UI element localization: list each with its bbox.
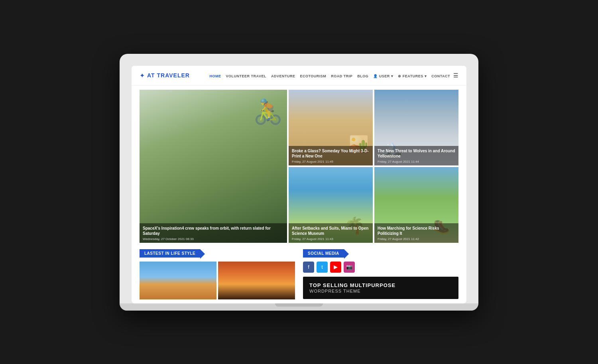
social-section: SOCIAL MEDIA f t ▶ 📷 TOP SELLING MULTIPU… <box>303 249 458 299</box>
lifestyle-header: LASTEST IN LIFE STYLE <box>140 249 200 258</box>
card-hills-title: How Marching for Science Risks Politiciz… <box>378 226 455 236</box>
nav-item-adventure[interactable]: ADVENTURE <box>271 72 295 79</box>
lifestyle-section: LASTEST IN LIFE STYLE <box>140 249 295 299</box>
youtube-button[interactable]: ▶ <box>330 262 341 273</box>
logo-icon: ✦ <box>140 72 145 79</box>
nav-item-contact[interactable]: CONTACT <box>431 72 450 79</box>
nav-link-adventure[interactable]: ADVENTURE <box>271 74 295 78</box>
laptop-base <box>120 303 478 311</box>
navbar: ✦ AT TRAVELER HOME VOLUNTEER TRAVEL ADVE… <box>132 66 466 86</box>
nav-item-home[interactable]: HOME <box>210 72 221 79</box>
nav-item-roadtrip[interactable]: ROAD TRIP <box>331 72 352 79</box>
twitter-button[interactable]: t <box>317 262 328 273</box>
nav-link-volunteer[interactable]: VOLUNTEER TRAVEL <box>226 74 266 78</box>
nav-link-ecotourism[interactable]: ECOTOURISM <box>300 74 326 78</box>
lifestyle-card-2[interactable] <box>218 262 295 299</box>
hero-main-title: SpaceX's Inspiration4 crew speaks from o… <box>143 226 284 236</box>
main-content: SpaceX's Inspiration4 crew speaks from o… <box>132 86 466 303</box>
nav-item-ecotourism[interactable]: ECOTOURISM <box>300 72 326 79</box>
card-mountain[interactable]: The New Threat to Wolves in and Around Y… <box>374 90 458 165</box>
nav-link-blog[interactable]: BLOG <box>357 74 368 78</box>
nav-item-volunteer[interactable]: VOLUNTEER TRAVEL <box>226 72 266 79</box>
card-beach-title: After Setbacks and Suits, Miami to Open … <box>292 226 370 236</box>
card-beach[interactable]: After Setbacks and Suits, Miami to Open … <box>289 167 373 243</box>
card-hills-date: Friday, 27 August 2021 11:42 <box>378 237 455 241</box>
lifestyle-card-1[interactable] <box>140 262 216 299</box>
nav-link-home[interactable]: HOME <box>210 74 221 78</box>
instagram-button[interactable]: 📷 <box>344 262 355 273</box>
bottom-sections: LASTEST IN LIFE STYLE SOCIAL MEDIA f t ▶… <box>140 249 458 299</box>
card-hills[interactable]: How Marching for Science Risks Politiciz… <box>374 167 458 243</box>
nav-item-blog[interactable]: BLOG <box>357 72 368 79</box>
promo-subtitle: WORDPRESS THEME <box>309 289 452 293</box>
nav-link-user[interactable]: 👤 USER <box>373 74 393 78</box>
promo-title: TOP SELLING MULTIPURPOSE <box>309 282 452 289</box>
promo-banner: TOP SELLING MULTIPURPOSE WORDPRESS THEME <box>303 277 458 299</box>
social-buttons: f t ▶ 📷 <box>303 262 458 273</box>
laptop-frame: ✦ AT TRAVELER HOME VOLUNTEER TRAVEL ADVE… <box>120 54 478 311</box>
hero-main-overlay: SpaceX's Inspiration4 crew speaks from o… <box>140 223 287 243</box>
card-mountain-overlay: The New Threat to Wolves in and Around Y… <box>374 146 458 165</box>
card-beach-overlay: After Setbacks and Suits, Miami to Open … <box>289 223 373 243</box>
nav-link-features[interactable]: ⊕ FEATURES <box>398 74 427 78</box>
logo[interactable]: ✦ AT TRAVELER <box>140 72 190 79</box>
lifestyle-grid <box>140 262 295 299</box>
laptop-screen: ✦ AT TRAVELER HOME VOLUNTEER TRAVEL ADVE… <box>132 66 466 303</box>
nav-link-roadtrip[interactable]: ROAD TRIP <box>331 74 352 78</box>
card-desert-overlay: Broke a Glass? Someday You Might 3-D-Pri… <box>289 146 373 165</box>
card-beach-date: Friday, 27 August 2021 11:43 <box>292 237 370 241</box>
nav-item-features[interactable]: ⊕ FEATURES <box>398 72 427 79</box>
card-desert[interactable]: Broke a Glass? Someday You Might 3-D-Pri… <box>289 90 373 165</box>
card-desert-title: Broke a Glass? Someday You Might 3-D-Pri… <box>292 148 370 159</box>
hamburger-icon[interactable]: ☰ <box>453 72 458 79</box>
card-desert-date: Friday, 27 August 2021 11:45 <box>292 160 370 163</box>
facebook-button[interactable]: f <box>303 262 314 273</box>
card-mountain-title: The New Threat to Wolves in and Around Y… <box>378 148 455 159</box>
social-header: SOCIAL MEDIA <box>303 249 344 258</box>
hero-grid: SpaceX's Inspiration4 crew speaks from o… <box>140 90 458 243</box>
card-hills-overlay: How Marching for Science Risks Politiciz… <box>374 223 458 243</box>
hero-main-card[interactable]: SpaceX's Inspiration4 crew speaks from o… <box>140 90 287 243</box>
nav-links: HOME VOLUNTEER TRAVEL ADVENTURE ECOTOURI… <box>210 72 450 79</box>
logo-text: AT TRAVELER <box>147 72 190 79</box>
nav-link-contact[interactable]: CONTACT <box>431 74 450 78</box>
card-mountain-date: Friday, 27 August 2021 11:44 <box>378 160 455 163</box>
nav-item-user[interactable]: 👤 USER <box>373 72 393 79</box>
hero-main-date: Wednesday, 27 October 2021 08:33 <box>143 237 284 241</box>
